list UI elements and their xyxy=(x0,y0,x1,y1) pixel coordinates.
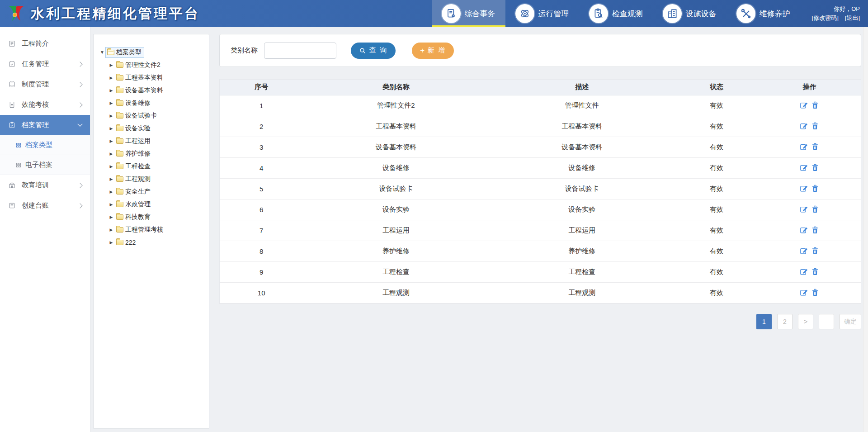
sidebar-subitem-label: 档案类型 xyxy=(25,141,52,149)
table-row: 9 工程检查 工程检查 有效 xyxy=(220,261,861,282)
tree-node-root[interactable]: ▼ 档案类型 xyxy=(99,46,204,59)
caret-right-icon[interactable]: ▶ xyxy=(108,241,114,245)
edit-button[interactable] xyxy=(799,101,808,110)
caret-right-icon[interactable]: ▶ xyxy=(108,228,114,232)
badge-icon xyxy=(8,101,16,109)
caret-right-icon[interactable]: ▶ xyxy=(108,114,114,118)
tree-node[interactable]: ▶设备维修 xyxy=(99,97,204,109)
scrollbar[interactable] xyxy=(863,27,868,432)
trash-icon xyxy=(811,226,820,235)
trash-icon xyxy=(811,288,820,297)
tree-node[interactable]: ▶工程运用 xyxy=(99,135,204,147)
tree-node[interactable]: ▶工程观测 xyxy=(99,173,204,185)
tree-node-label: 工程检查 xyxy=(125,162,151,171)
change-password-link[interactable]: [修改密码] xyxy=(812,14,839,23)
tree-node[interactable]: ▶水政管理 xyxy=(99,198,204,211)
edit-button[interactable] xyxy=(799,288,808,297)
cell-description: 工程基本资料 xyxy=(489,116,675,137)
caret-right-icon[interactable]: ▶ xyxy=(108,203,114,207)
edit-button[interactable] xyxy=(799,247,808,256)
table-row: 7 工程运用 工程运用 有效 xyxy=(220,220,861,241)
caret-right-icon[interactable]: ▶ xyxy=(108,190,114,194)
chevron-down-icon xyxy=(77,121,82,126)
delete-button[interactable] xyxy=(811,267,820,276)
nav-tab-operation-management[interactable]: 运行管理 xyxy=(505,0,579,27)
sidebar-subitem-archive-type[interactable]: 档案类型 xyxy=(0,135,90,155)
edit-button[interactable] xyxy=(799,142,808,152)
sidebar-item-regulation-management[interactable]: 制度管理 xyxy=(0,74,90,95)
tree-node[interactable]: ▶222 xyxy=(99,236,204,249)
delete-button[interactable] xyxy=(811,122,820,131)
page-confirm-button[interactable]: 确定 xyxy=(840,314,861,329)
trash-icon xyxy=(811,267,820,276)
nav-tab-facilities-equipment[interactable]: 设施设备 xyxy=(653,0,726,27)
tree-node[interactable]: ▶设备试验卡 xyxy=(99,109,204,122)
delete-button[interactable] xyxy=(811,288,820,297)
folder-icon xyxy=(116,202,123,207)
nav-tab-inspection-observation[interactable]: 检查观测 xyxy=(579,0,653,27)
edit-button[interactable] xyxy=(799,122,808,131)
tree-node[interactable]: ▶安全生产 xyxy=(99,185,204,198)
table-row: 6 设备实验 设备实验 有效 xyxy=(220,199,861,220)
document-icon xyxy=(8,40,16,47)
sidebar-item-education-training[interactable]: 教育培训 xyxy=(0,175,90,195)
caret-down-icon[interactable]: ▼ xyxy=(99,50,105,55)
logout-link[interactable]: [退出] xyxy=(845,14,860,23)
delete-button[interactable] xyxy=(811,142,820,152)
page-button-1[interactable]: 1 xyxy=(756,314,772,329)
search-icon xyxy=(359,47,366,54)
tree-node[interactable]: ▶工程基本资料 xyxy=(99,71,204,84)
caret-right-icon[interactable]: ▶ xyxy=(108,101,114,105)
delete-button[interactable] xyxy=(811,163,820,172)
tree-node[interactable]: ▶工程检查 xyxy=(99,160,204,173)
delete-button[interactable] xyxy=(811,101,820,110)
sidebar-item-performance-assessment[interactable]: 效能考核 xyxy=(0,95,90,115)
edit-button[interactable] xyxy=(799,267,808,276)
document-gear-icon xyxy=(442,4,461,23)
query-button[interactable]: 查 询 xyxy=(351,43,396,59)
caret-right-icon[interactable]: ▶ xyxy=(108,177,114,181)
sidebar-item-task-management[interactable]: 任务管理 xyxy=(0,54,90,74)
tree-node[interactable]: ▶科技教育 xyxy=(99,211,204,223)
sidebar-item-project-intro[interactable]: 工程简介 xyxy=(0,33,90,54)
delete-button[interactable] xyxy=(811,184,820,193)
tree-node[interactable]: ▶养护维修 xyxy=(99,147,204,160)
caret-right-icon[interactable]: ▶ xyxy=(108,165,114,169)
caret-right-icon[interactable]: ▶ xyxy=(108,76,114,80)
delete-button[interactable] xyxy=(811,247,820,256)
page-jump-input[interactable] xyxy=(819,314,834,329)
tree-node[interactable]: ▶设备基本资料 xyxy=(99,84,204,97)
caret-right-icon[interactable]: ▶ xyxy=(108,89,114,93)
tree-node[interactable]: ▶工程管理考核 xyxy=(99,223,204,236)
next-page-button[interactable]: > xyxy=(798,314,813,329)
cell-status: 有效 xyxy=(675,241,758,261)
caret-right-icon[interactable]: ▶ xyxy=(108,127,114,131)
edit-button[interactable] xyxy=(799,205,808,214)
caret-right-icon[interactable]: ▶ xyxy=(108,63,114,67)
cell-status: 有效 xyxy=(675,178,758,199)
nav-tab-label: 运行管理 xyxy=(538,9,569,19)
sidebar-subitem-electronic-archive[interactable]: 电子档案 xyxy=(0,155,90,175)
caret-right-icon[interactable]: ▶ xyxy=(108,152,114,156)
delete-button[interactable] xyxy=(811,205,820,214)
nav-tab-general-affairs[interactable]: 综合事务 xyxy=(432,0,505,27)
add-button[interactable]: + 新 增 xyxy=(412,43,454,59)
sidebar-item-archive-management[interactable]: 档案管理 xyxy=(0,115,90,135)
nav-tab-maintenance[interactable]: 维修养护 xyxy=(726,0,800,27)
cell-serial: 10 xyxy=(220,282,303,303)
edit-button[interactable] xyxy=(799,184,808,193)
chevron-right-icon xyxy=(77,102,82,107)
caret-right-icon[interactable]: ▶ xyxy=(108,139,114,143)
tree-node[interactable]: ▶设备实验 xyxy=(99,122,204,135)
tree-node[interactable]: ▶管理性文件2 xyxy=(99,59,204,71)
sidebar-item-ledger-creation[interactable]: 创建台账 xyxy=(0,195,90,216)
edit-button[interactable] xyxy=(799,226,808,235)
category-name-input[interactable] xyxy=(264,43,336,59)
chevron-right-icon xyxy=(77,62,82,66)
edit-button[interactable] xyxy=(799,163,808,172)
caret-right-icon[interactable]: ▶ xyxy=(108,215,114,219)
edit-icon xyxy=(799,122,808,131)
grid-icon xyxy=(15,142,22,148)
delete-button[interactable] xyxy=(811,226,820,235)
page-button-2[interactable]: 2 xyxy=(777,314,793,329)
